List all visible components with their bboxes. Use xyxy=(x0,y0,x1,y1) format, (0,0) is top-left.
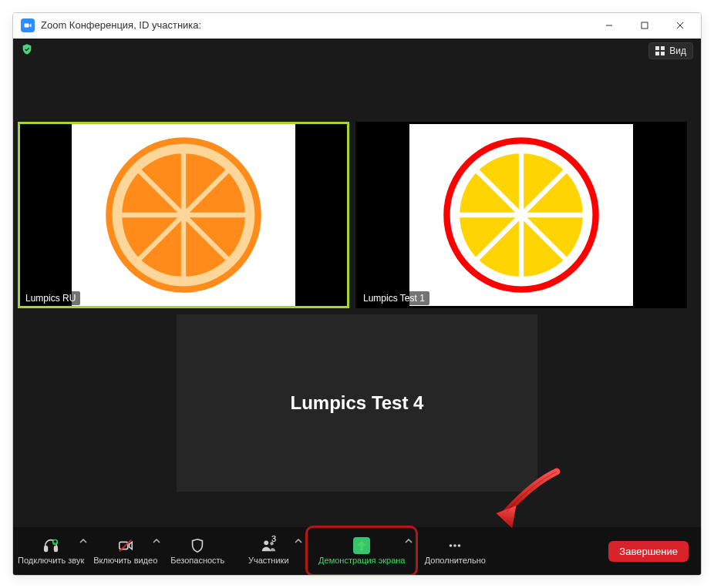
participants-gallery: Lumpics RU xyxy=(18,122,696,308)
svg-rect-32 xyxy=(55,546,58,551)
view-mode-button[interactable]: Вид xyxy=(648,42,693,59)
active-speaker-frame[interactable]: Lumpics Test 4 xyxy=(177,314,537,492)
toolbar-label: Демонстрация экрана xyxy=(318,556,405,565)
zoom-logo-icon xyxy=(21,18,35,32)
more-horizontal-icon xyxy=(446,537,463,554)
participants-button[interactable]: 3 Участники xyxy=(233,529,304,573)
svg-rect-0 xyxy=(25,23,29,27)
svg-point-39 xyxy=(453,544,456,547)
avatar-yellow-icon xyxy=(440,134,602,296)
window-title: Zoom Конференция, ID участника: xyxy=(41,19,201,31)
headphones-icon xyxy=(42,537,59,554)
video-off-icon xyxy=(117,537,134,554)
more-button[interactable]: Дополнительно xyxy=(419,529,490,573)
meeting-area: Вид xyxy=(13,39,701,575)
participant-tile[interactable]: Lumpics Test 1 xyxy=(355,122,687,308)
meeting-toolbar: Подключить звук Включить видео Безопасно… xyxy=(13,527,701,575)
svg-rect-7 xyxy=(655,52,659,55)
view-mode-label: Вид xyxy=(669,45,686,56)
chevron-up-icon[interactable] xyxy=(295,537,302,546)
svg-rect-8 xyxy=(661,52,665,55)
toolbar-label: Дополнительно xyxy=(425,556,486,565)
titlebar: Zoom Конференция, ID участника: xyxy=(13,13,701,38)
svg-rect-5 xyxy=(655,46,659,50)
minimize-button[interactable] xyxy=(591,13,627,38)
chevron-up-icon[interactable] xyxy=(405,537,413,546)
share-screen-icon xyxy=(353,537,370,554)
app-window: Zoom Конференция, ID участника: Вид xyxy=(12,12,702,576)
svg-rect-2 xyxy=(642,22,648,29)
participant-name-badge: Lumpics RU xyxy=(21,291,80,305)
svg-point-36 xyxy=(264,540,269,545)
shield-icon xyxy=(189,537,206,554)
end-meeting-button[interactable]: Завершение xyxy=(608,541,689,562)
chevron-up-icon[interactable] xyxy=(153,537,160,546)
toolbar-label: Подключить звук xyxy=(18,556,84,565)
join-audio-button[interactable]: Подключить звук xyxy=(13,529,89,573)
toolbar-label: Включить видео xyxy=(93,556,157,565)
participants-count: 3 xyxy=(271,534,276,543)
encryption-shield-icon[interactable] xyxy=(21,43,33,59)
maximize-button[interactable] xyxy=(627,13,662,38)
participant-tile[interactable]: Lumpics RU xyxy=(18,122,349,308)
toolbar-label: Безопасность xyxy=(170,556,224,565)
meeting-topbar: Вид xyxy=(13,39,701,63)
share-screen-button[interactable]: Демонстрация экрана xyxy=(309,529,414,573)
chevron-up-icon[interactable] xyxy=(79,537,87,546)
participant-name-badge: Lumpics Test 1 xyxy=(359,291,429,305)
security-button[interactable]: Безопасность xyxy=(162,529,233,573)
toolbar-label: Участники xyxy=(248,556,289,565)
svg-point-38 xyxy=(450,544,453,547)
share-screen-highlight: Демонстрация экрана xyxy=(305,526,418,576)
avatar-orange-icon xyxy=(103,134,264,296)
start-video-button[interactable]: Включить видео xyxy=(89,529,162,573)
svg-rect-31 xyxy=(45,546,48,551)
close-button[interactable] xyxy=(662,13,698,38)
grid-icon xyxy=(655,46,665,55)
active-speaker-name: Lumpics Test 4 xyxy=(291,392,424,414)
svg-rect-6 xyxy=(661,46,665,50)
svg-point-40 xyxy=(458,544,461,547)
